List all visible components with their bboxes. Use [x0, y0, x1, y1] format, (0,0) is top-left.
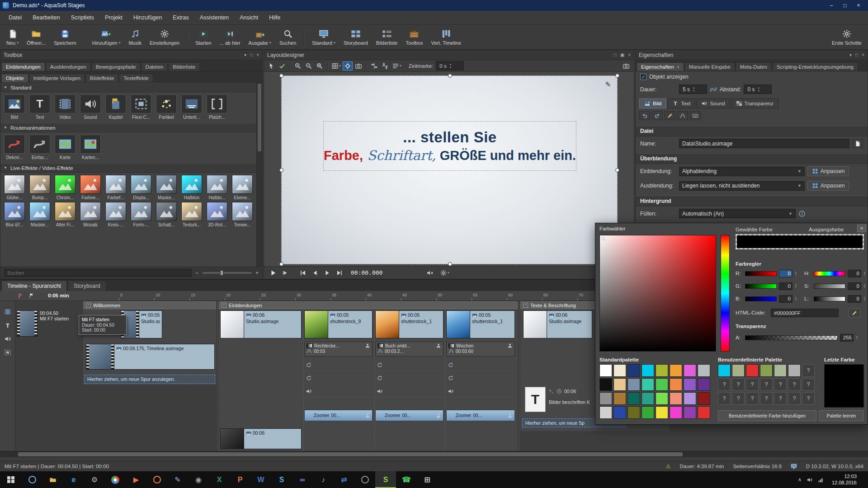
ausblendung-anpassen-button[interactable]: Anpassen [807, 181, 849, 191]
menu-scriptlets[interactable]: Scriptlets [66, 12, 99, 23]
toolbox-tab-ausblendungen[interactable]: Ausblendungen [46, 62, 91, 71]
toolbox-item-gl-he[interactable]: Glühe... [2, 175, 27, 200]
custom-color-empty[interactable]: ? [718, 378, 731, 391]
toolbox-item-karten[interactable]: Karten... [78, 135, 103, 160]
toolbox-item-farbef[interactable]: Farbef... [103, 175, 128, 200]
alpha-spinner[interactable]: ▲▼ [856, 335, 858, 340]
animation-track-row[interactable] [446, 372, 515, 384]
panel-close-icon[interactable]: × [862, 52, 864, 57]
toolbox-tab-bilderliste[interactable]: Bilderliste [168, 62, 200, 71]
saturation-value-field[interactable] [599, 235, 716, 352]
taskbar-clock[interactable]: 12:03 12.08.2016 [829, 474, 859, 486]
taskbar-firefox-icon[interactable] [146, 471, 167, 488]
abstand-input[interactable]: 0 s▲▼ [744, 84, 772, 94]
taskbar-paint-icon[interactable]: ✎ [167, 471, 188, 488]
standard-color-swatch[interactable] [599, 406, 612, 419]
toolbox-tab-dateien[interactable]: Dateien [141, 62, 168, 71]
snapshot-button[interactable] [621, 61, 632, 70]
collapse-icon[interactable]: − [222, 303, 226, 308]
taskbar-audio-editor-icon[interactable]: ♪ [313, 471, 334, 488]
standard-color-swatch[interactable] [698, 364, 710, 377]
toolbar-erste-schritte-button[interactable]: Erste Schritte [828, 26, 865, 48]
toolbox-tab-einblendungen[interactable]: Einblendungen [1, 62, 45, 71]
timeline-chapter-clip[interactable]: 00:04.50 Mit F7 starten [17, 310, 69, 337]
zeitmarke-input[interactable]: 0 s ▲▼ [436, 61, 464, 70]
zoomer-clip[interactable]: Zoomer00... [375, 410, 443, 421]
toolbox-item-sound[interactable]: Sound [78, 94, 103, 120]
zoom-out-tool-button[interactable] [304, 61, 314, 70]
transition-wischen[interactable]: Wischen 00:03.60 [446, 342, 515, 357]
toolbar-speichern-button[interactable]: Speichern [50, 26, 80, 48]
toolbox-item-halbto[interactable]: Halbto... [204, 175, 230, 200]
info-icon[interactable] [798, 210, 806, 217]
taskbar-teamviewer-icon[interactable]: ⇄ [334, 471, 354, 488]
collapse-icon[interactable]: − [86, 303, 91, 308]
toolbox-item-3d-rot[interactable]: 3D-Rot... [204, 202, 230, 227]
saturation-value[interactable]: 0 [848, 282, 861, 290]
properties-tab-manuelle-eingabe[interactable]: Manuelle Eingabe [684, 62, 735, 71]
custom-color-swatch[interactable] [718, 364, 731, 377]
transition-rechtecke[interactable]: Rechtecke... 00:03 [304, 342, 373, 357]
hue-slider[interactable] [721, 235, 730, 352]
red-value[interactable]: 0 [779, 270, 793, 277]
taskbar-skype-icon[interactable]: S [271, 471, 292, 488]
standard-color-swatch[interactable] [656, 406, 668, 419]
custom-color-empty[interactable]: ? [802, 378, 815, 391]
panel-menu-icon[interactable]: ▾ [244, 52, 246, 57]
pen-button[interactable] [665, 111, 675, 120]
browse-file-button[interactable] [852, 139, 863, 148]
curve-button[interactable] [677, 111, 688, 120]
toolbox-item-blur-ef[interactable]: Blur-Ef... [2, 202, 27, 227]
animation-track-row[interactable] [375, 359, 443, 371]
resize-handle[interactable] [279, 74, 283, 78]
taskbar-visual-studio-icon[interactable]: ∞ [292, 471, 313, 488]
zoomer-clip[interactable]: Zoomer00... [446, 410, 515, 421]
custom-color-swatch[interactable] [774, 364, 787, 377]
panel-close-icon[interactable]: × [628, 52, 631, 57]
standard-color-swatch[interactable] [642, 406, 654, 419]
sound-track-row[interactable] [375, 385, 443, 397]
camera-tool-button[interactable] [354, 61, 363, 70]
standard-color-swatch[interactable] [684, 378, 696, 391]
resize-handle[interactable] [615, 168, 619, 172]
custom-color-empty[interactable]: ? [802, 392, 815, 405]
tray-expand-icon[interactable]: ∧ [798, 477, 802, 483]
toolbox-item-texturk[interactable]: Texturk... [179, 202, 204, 227]
edit-pen-icon[interactable]: ✎ [605, 80, 611, 89]
mute-button[interactable] [425, 268, 435, 278]
align-h-tool-button[interactable] [369, 61, 379, 70]
skip-start-button[interactable] [297, 268, 308, 278]
close-button[interactable]: × [852, 2, 865, 9]
standard-color-swatch[interactable] [627, 378, 640, 391]
standard-color-swatch[interactable] [684, 392, 696, 405]
taskbar-word-icon[interactable]: W [250, 471, 271, 488]
start-button[interactable] [0, 471, 22, 488]
text-object-tile[interactable]: T [525, 387, 546, 412]
zoom-in-tool-button[interactable] [293, 61, 303, 70]
toolbox-item-maske[interactable]: Maske... [154, 175, 179, 200]
toolbox-item-dekori[interactable]: Dekori... [2, 135, 27, 160]
clip-studio-asimage-2[interactable]: 00:06 Studio.asimage [523, 310, 592, 338]
toolbox-item-partikel[interactable]: Partikel [154, 94, 179, 120]
menu-projekt[interactable]: Projekt [100, 12, 127, 23]
standard-color-swatch[interactable] [670, 364, 682, 377]
grid-tool-button[interactable]: ▾ [330, 61, 342, 70]
taskbar-aquasoft-stages-icon[interactable]: S [375, 471, 396, 488]
toolbox-tab-objekte[interactable]: Objekte [1, 74, 28, 82]
red-spinner[interactable]: ▲▼ [795, 271, 797, 276]
standard-color-swatch[interactable] [684, 406, 696, 419]
last-color-swatch[interactable] [824, 364, 864, 408]
toolbox-item-mosaik[interactable]: Mosaik [78, 202, 103, 227]
toolbox-item-bild[interactable]: Bild [2, 94, 27, 120]
lightness-value[interactable]: 0 [848, 295, 861, 303]
toolbox-item-halbton[interactable]: Halbton [179, 175, 204, 200]
toolbox-item-unterti[interactable]: Unterti... [179, 94, 204, 120]
step-back-button[interactable] [310, 268, 321, 278]
play-from-here-button[interactable] [280, 268, 291, 278]
menu-assistenten[interactable]: Assistenten [195, 12, 234, 23]
scrollbar-thumb[interactable] [18, 452, 683, 456]
menu-ansicht[interactable]: Ansicht [235, 12, 263, 23]
name-input[interactable]: Data\Studio.asimage [679, 139, 849, 148]
saturation-slider[interactable] [814, 284, 845, 289]
custom-color-empty[interactable]: ? [774, 392, 787, 405]
